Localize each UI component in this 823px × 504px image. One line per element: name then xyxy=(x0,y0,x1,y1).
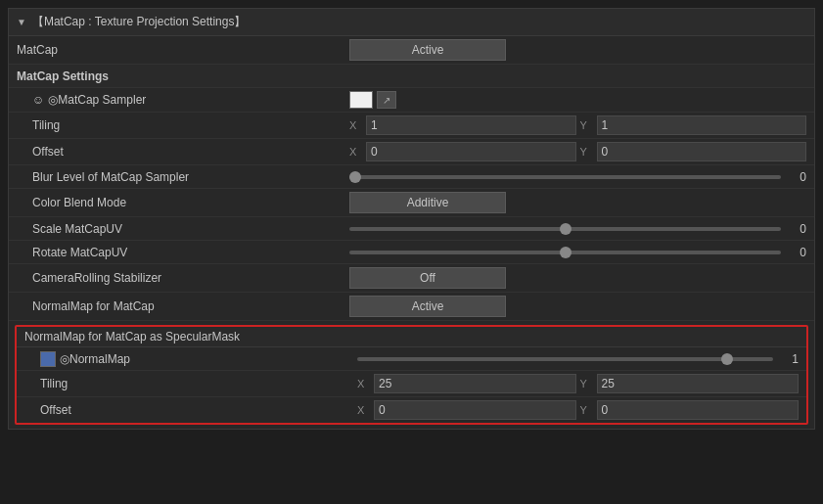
matcap-sampler-value: ↗ xyxy=(349,91,806,109)
offset-x-input[interactable] xyxy=(366,142,576,161)
blur-label: Blur Level of MatCap Sampler xyxy=(17,170,349,184)
offset2-value-area: X Y xyxy=(357,400,799,420)
normalmap2-label: ◎NormalMap xyxy=(24,351,357,367)
offset2-x-field: X xyxy=(357,400,576,420)
tiling2-x-label: X xyxy=(357,378,371,389)
rotate-label: Rotate MatCapUV xyxy=(17,246,349,259)
color-blend-row: Color Blend Mode Additive xyxy=(9,189,814,217)
offset-label: Offset xyxy=(17,145,349,159)
color-blend-value-area: Additive xyxy=(349,192,806,213)
matcap-row: MatCap Active xyxy=(9,36,814,65)
main-panel: ▼ 【MatCap : Texture Projection Settings】… xyxy=(8,8,815,430)
matcap-link-button[interactable]: ↗ xyxy=(377,91,396,109)
camera-off-button[interactable]: Off xyxy=(349,267,506,289)
offset-value-area: X Y xyxy=(349,142,806,161)
tiling-y-field: Y xyxy=(580,115,807,135)
tiling-label: Tiling xyxy=(17,118,349,132)
color-blend-button[interactable]: Additive xyxy=(349,192,506,213)
normalmap2-value-area: 1 xyxy=(357,352,799,366)
matcap-color-swatch[interactable] xyxy=(349,91,373,109)
tiling2-label: Tiling xyxy=(24,377,357,390)
offset2-label: Offset xyxy=(24,403,357,417)
rotate-row: Rotate MatCapUV 0 xyxy=(9,241,814,264)
tiling-row: Tiling X Y xyxy=(9,113,814,139)
rotate-slider[interactable] xyxy=(349,251,781,254)
matcap-sampler-label: ☺ ◎MatCap Sampler xyxy=(17,93,349,107)
color-blend-label: Color Blend Mode xyxy=(17,196,349,209)
blur-slider[interactable] xyxy=(349,175,781,179)
tiling2-y-label: Y xyxy=(580,378,594,389)
normalmap-value-area: Active xyxy=(349,296,806,317)
normalmap2-value: 1 xyxy=(779,352,799,366)
matcap-sampler-row: ☺ ◎MatCap Sampler ↗ xyxy=(9,88,814,113)
tiling-y-label: Y xyxy=(580,119,594,131)
offset2-y-input[interactable] xyxy=(597,400,800,420)
offset-y-label: Y xyxy=(580,146,594,158)
camera-row: CameraRolling Stabilizer Off xyxy=(9,264,814,293)
matcap-sampler-text: ◎MatCap Sampler xyxy=(48,93,146,107)
matcap-value-area: Active xyxy=(349,39,806,61)
tiling2-row: Tiling X Y xyxy=(17,371,806,397)
camera-label: CameraRolling Stabilizer xyxy=(17,271,349,285)
normalmap-label: NormalMap for MatCap xyxy=(17,299,349,313)
normalmap-specular-section: NormalMap for MatCap as SpecularMask ◎No… xyxy=(15,325,808,425)
rotate-value: 0 xyxy=(787,246,806,259)
scale-label: Scale MatCapUV xyxy=(17,222,349,236)
tiling2-x-input[interactable] xyxy=(374,374,576,393)
offset2-row: Offset X Y xyxy=(17,397,806,423)
tiling-y-input[interactable] xyxy=(597,115,807,135)
blur-value-area: 0 xyxy=(349,170,806,184)
rotate-value-area: 0 xyxy=(349,246,806,259)
offset-y-input[interactable] xyxy=(597,142,807,161)
normalmap-row: NormalMap for MatCap Active xyxy=(9,293,814,321)
normalmap2-text: ◎NormalMap xyxy=(60,352,130,366)
blur-value: 0 xyxy=(787,170,806,184)
offset-x-label: X xyxy=(349,146,363,158)
tiling-value-area: X Y xyxy=(349,115,806,135)
tiling-x-input[interactable] xyxy=(366,115,576,135)
tiling2-x-field: X xyxy=(357,374,576,393)
scale-value: 0 xyxy=(787,222,806,236)
panel-title: 【MatCap : Texture Projection Settings】 xyxy=(32,14,247,30)
matcap-settings-label: MatCap Settings xyxy=(17,69,349,83)
offset-x-field: X xyxy=(349,142,576,161)
normalmap-active-button[interactable]: Active xyxy=(349,296,506,317)
tiling2-y-field: Y xyxy=(580,374,800,393)
blur-row: Blur Level of MatCap Sampler 0 xyxy=(9,165,814,189)
matcap-label: MatCap xyxy=(17,43,349,57)
section-title: NormalMap for MatCap as SpecularMask xyxy=(17,327,806,347)
tiling2-y-input[interactable] xyxy=(597,374,800,393)
matcap-settings-row: MatCap Settings xyxy=(9,65,814,88)
scale-slider[interactable] xyxy=(349,227,781,231)
offset-y-field: Y xyxy=(580,142,807,161)
scale-value-area: 0 xyxy=(349,222,806,236)
offset2-x-label: X xyxy=(357,404,371,416)
offset2-x-input[interactable] xyxy=(374,400,576,420)
panel-header: ▼ 【MatCap : Texture Projection Settings】 xyxy=(9,9,814,36)
tiling2-value-area: X Y xyxy=(357,374,799,393)
tiling-x-field: X xyxy=(349,115,576,135)
matcap-sampler-icon: ☺ xyxy=(32,93,44,107)
offset2-y-field: Y xyxy=(580,400,800,420)
panel-collapse-arrow[interactable]: ▼ xyxy=(17,17,26,27)
tiling-x-label: X xyxy=(349,119,363,131)
matcap-active-button[interactable]: Active xyxy=(349,39,506,61)
normalmap2-slider[interactable] xyxy=(357,357,773,361)
scale-row: Scale MatCapUV 0 xyxy=(9,217,814,241)
offset2-y-label: Y xyxy=(580,404,594,416)
normalmap2-color-swatch[interactable] xyxy=(40,351,56,367)
normalmap2-row: ◎NormalMap 1 xyxy=(17,347,806,371)
offset-row: Offset X Y xyxy=(9,139,814,165)
camera-value-area: Off xyxy=(349,267,806,289)
